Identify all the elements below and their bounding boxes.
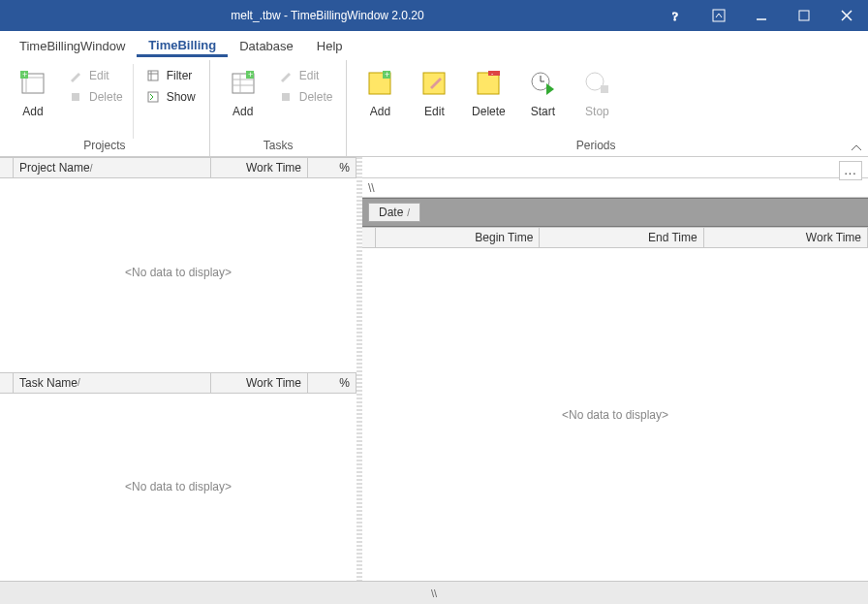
- show-icon: [145, 89, 161, 105]
- button-label: Start: [531, 105, 555, 118]
- projects-delete-button[interactable]: Delete: [62, 87, 129, 107]
- button-label: Show: [167, 90, 196, 104]
- periods-grid-body: <No data to display>: [362, 248, 868, 581]
- add-period-icon: +: [364, 68, 395, 99]
- tasks-col-worktime[interactable]: Work Time: [211, 373, 308, 393]
- svg-rect-3: [799, 11, 809, 20]
- periods-stop-button[interactable]: Stop: [572, 64, 622, 139]
- tasks-nodata: <No data to display>: [0, 394, 356, 582]
- ribbon-toggle-button[interactable]: [698, 0, 740, 31]
- help-button[interactable]: ?: [655, 0, 698, 31]
- button-label: Add: [370, 105, 390, 118]
- button-label: Stop: [585, 105, 609, 118]
- periods-menu-button[interactable]: ...: [839, 161, 862, 180]
- add-project-icon: +: [17, 68, 48, 99]
- left-pane: Project Name Work Time % <No data to dis…: [0, 157, 356, 581]
- title-bar: melt_.tbw - TimeBillingWindow 2.0.20 ?: [0, 0, 868, 31]
- start-icon: [527, 68, 558, 99]
- button-label: Delete: [299, 90, 333, 104]
- periods-delete-button[interactable]: - Delete: [463, 64, 513, 139]
- projects-grid-header: Project Name Work Time %: [0, 157, 356, 178]
- button-label: Add: [22, 105, 43, 118]
- close-button[interactable]: [825, 0, 868, 31]
- add-task-icon: +: [228, 68, 259, 99]
- projects-col-percent[interactable]: %: [308, 158, 356, 177]
- projects-col-worktime[interactable]: Work Time: [211, 158, 308, 177]
- svg-rect-11: [72, 93, 79, 101]
- edit-icon: [278, 68, 294, 83]
- button-label: Edit: [299, 69, 320, 82]
- periods-grid-header: Begin Time End Time Work Time: [362, 227, 868, 248]
- right-pane: ... \\ Date/ Begin Time End Time Work Ti…: [362, 157, 868, 581]
- button-label: Delete: [89, 90, 123, 104]
- menu-timebilling[interactable]: TimeBilling: [137, 34, 228, 57]
- ribbon-group-tasks: + Add Edit Delete Tasks: [210, 60, 348, 156]
- projects-edit-button[interactable]: Edit: [62, 66, 129, 85]
- status-bar: \\: [0, 581, 868, 604]
- periods-edit-button[interactable]: Edit: [409, 64, 459, 139]
- projects-filter-button[interactable]: Filter: [140, 66, 202, 85]
- maximize-button[interactable]: [783, 0, 825, 31]
- ribbon-group-label: Periods: [355, 139, 837, 152]
- group-label: Date: [379, 206, 403, 219]
- button-label: Filter: [167, 69, 193, 82]
- button-label: Delete: [472, 105, 506, 118]
- ribbon-collapse-button[interactable]: [845, 60, 868, 156]
- svg-text:+: +: [248, 70, 253, 79]
- grid-corner: [0, 158, 14, 177]
- tasks-add-button[interactable]: + Add: [218, 64, 268, 139]
- content-area: Project Name Work Time % <No data to dis…: [0, 157, 868, 581]
- periods-start-button[interactable]: Start: [517, 64, 568, 139]
- menu-database[interactable]: Database: [228, 35, 305, 57]
- periods-col-worktime[interactable]: Work Time: [704, 228, 868, 247]
- stop-icon: [581, 68, 612, 99]
- svg-rect-1: [713, 10, 725, 21]
- window-title: melt_.tbw - TimeBillingWindow 2.0.20: [0, 9, 655, 22]
- periods-path: \\: [362, 178, 868, 198]
- projects-add-button[interactable]: + Add: [8, 64, 58, 139]
- menu-bar: TimeBillingWindow TimeBilling Database H…: [0, 31, 868, 60]
- svg-text:+: +: [385, 70, 389, 79]
- filter-icon: [145, 68, 161, 83]
- chevron-up-icon: [851, 144, 862, 152]
- svg-rect-34: [601, 85, 608, 93]
- grid-corner: [0, 373, 14, 393]
- status-text: \\: [431, 588, 437, 599]
- periods-group-date[interactable]: Date/: [368, 203, 420, 222]
- tasks-col-percent[interactable]: %: [308, 373, 356, 393]
- delete-icon: [68, 89, 83, 105]
- tasks-grid-header: Task Name Work Time %: [0, 372, 356, 394]
- periods-add-button[interactable]: + Add: [355, 64, 405, 139]
- svg-rect-27: [478, 73, 499, 94]
- projects-grid-body: <No data to display>: [0, 178, 356, 366]
- ribbon-group-label: Projects: [8, 139, 202, 152]
- delete-icon: [278, 89, 294, 105]
- edit-icon: [68, 68, 83, 83]
- menu-help[interactable]: Help: [305, 35, 355, 57]
- tasks-edit-button[interactable]: Edit: [272, 66, 339, 85]
- tasks-grid-body: <No data to display>: [0, 394, 356, 582]
- ribbon-group-periods: + Add Edit - Delete Start Stop Periods: [347, 60, 845, 156]
- projects-col-name[interactable]: Project Name: [14, 158, 211, 177]
- minimize-button[interactable]: [740, 0, 783, 31]
- projects-show-button[interactable]: Show: [140, 87, 202, 107]
- menu-timebillingwindow[interactable]: TimeBillingWindow: [8, 35, 137, 57]
- delete-period-icon: -: [473, 68, 504, 99]
- grid-corner: [362, 228, 376, 247]
- ribbon-group-projects: + Add Edit Delete Filter: [0, 60, 210, 156]
- projects-nodata: <No data to display>: [0, 178, 356, 366]
- periods-col-end[interactable]: End Time: [540, 228, 703, 247]
- edit-period-icon: [418, 68, 450, 99]
- periods-group-row: Date/: [362, 198, 868, 227]
- periods-nodata: <No data to display>: [362, 248, 868, 581]
- periods-col-begin[interactable]: Begin Time: [376, 228, 540, 247]
- svg-rect-22: [282, 93, 290, 101]
- tasks-col-name[interactable]: Task Name: [14, 373, 211, 393]
- tasks-delete-button[interactable]: Delete: [272, 87, 339, 107]
- button-label: Add: [232, 105, 253, 118]
- window-controls: ?: [655, 0, 868, 31]
- ribbon-group-label: Tasks: [218, 139, 339, 152]
- svg-text:?: ?: [672, 9, 678, 22]
- button-label: Edit: [424, 105, 445, 118]
- svg-rect-28: [488, 71, 500, 76]
